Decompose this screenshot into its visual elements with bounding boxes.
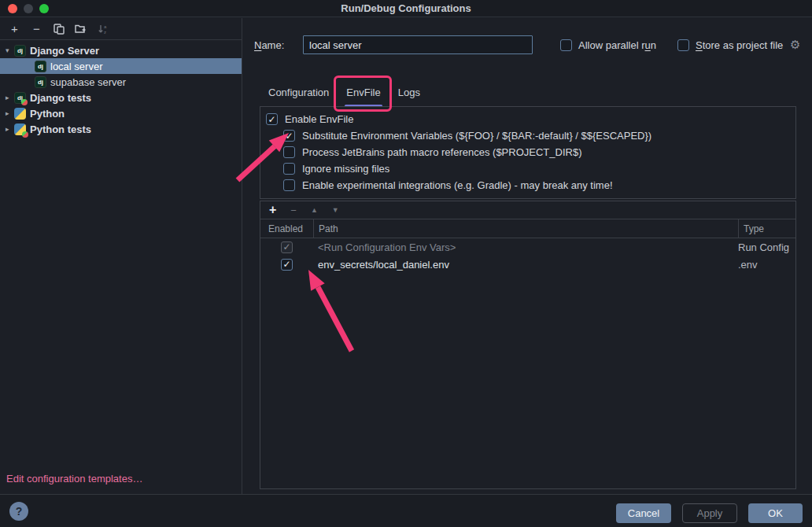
ok-button[interactable]: OK [748,503,803,523]
copy-configuration-icon[interactable] [52,22,65,35]
django-tests-icon: dj [14,92,26,104]
envfile-options-panel: ✓ Enable EnvFile ✓ Substitute Environmen… [260,106,796,199]
chevron-right-icon[interactable]: ▸ [0,94,14,101]
python-icon [14,108,26,120]
allow-parallel-run-label: Allow parallel run [578,39,656,51]
cancel-button[interactable]: Cancel [616,503,671,523]
chevron-right-icon[interactable]: ▸ [0,109,14,117]
row-enabled-checkbox: ✓ [281,241,293,253]
ignore-missing-files-checkbox[interactable]: ✓ [283,163,295,175]
experimental-integrations-checkbox[interactable]: ✓ [283,179,295,191]
store-options-gear-icon[interactable]: ⚙ [790,38,800,52]
tree-item-django-server[interactable]: ▾ dj Django Server [0,42,242,58]
tab-configuration[interactable]: Configuration [260,79,338,106]
configurations-sidebar: + − az ▾ dj Django Server dj local serve… [0,18,242,494]
svg-text:z: z [104,30,106,35]
tree-item-supabase-server[interactable]: dj supabase server [0,74,242,90]
allow-parallel-run-checkbox[interactable]: ✓ [560,39,572,51]
store-as-project-file-option[interactable]: ✓ Store as project file [677,39,783,51]
sort-alphabetically-icon[interactable]: az [96,22,109,35]
tree-item-python-tests[interactable]: ▸ Python tests [0,121,242,137]
move-up-icon[interactable]: ▲ [311,207,318,214]
tab-logs[interactable]: Logs [389,79,429,106]
config-tab-bar: Configuration EnvFile Logs [260,79,429,106]
allow-parallel-run-option[interactable]: ✓ Allow parallel run [560,39,656,51]
new-folder-icon[interactable] [74,22,87,35]
remove-env-file-icon[interactable]: − [290,205,297,216]
column-header-enabled[interactable]: Enabled [260,219,313,238]
apply-button: Apply [682,503,737,523]
chevron-right-icon[interactable]: ▸ [0,125,14,133]
table-header: Enabled Path Type [260,219,795,238]
substitute-env-vars-checkbox[interactable]: ✓ [283,130,295,142]
dialog-footer: ? Cancel Apply OK [0,494,812,527]
env-files-table-panel: + − ▲ ▼ Enabled Path Type ✓ <Run Configu… [260,201,796,489]
table-row[interactable]: ✓ <Run Configuration Env Vars> Run Confi… [260,238,795,256]
tree-item-django-tests[interactable]: ▸ dj Django tests [0,90,242,105]
ignore-missing-files-option[interactable]: ✓ Ignore missing files [260,160,795,177]
tab-envfile[interactable]: EnvFile [338,79,389,106]
enable-envfile-checkbox[interactable]: ✓ [266,113,278,125]
django-icon: dj [35,76,46,88]
process-path-macros-option[interactable]: ✓ Process JetBrains path macro reference… [260,144,795,160]
test-badge-icon [21,99,28,105]
test-badge-icon [22,131,28,138]
django-icon: dj [14,45,26,57]
help-button[interactable]: ? [9,502,28,521]
remove-configuration-icon[interactable]: − [30,22,43,35]
experimental-integrations-option[interactable]: ✓ Enable experimental integrations (e.g.… [260,177,795,193]
sidebar-toolbar: + − az [0,18,242,40]
tree-item-python[interactable]: ▸ Python [0,105,242,121]
dialog-title: Run/Debug Configurations [0,2,812,14]
enable-envfile-option[interactable]: ✓ Enable EnvFile [260,111,795,127]
svg-text:a: a [104,24,107,29]
column-header-type[interactable]: Type [738,219,795,238]
django-icon: dj [35,61,46,72]
move-down-icon[interactable]: ▼ [332,207,339,214]
name-label: Name: [254,39,284,51]
store-as-project-file-checkbox[interactable]: ✓ [677,39,689,51]
table-row[interactable]: ✓ env_secrets/local_daniel.env .env [260,256,795,273]
process-path-macros-checkbox[interactable]: ✓ [283,146,295,158]
name-input[interactable] [303,35,533,54]
row-enabled-checkbox[interactable]: ✓ [281,259,293,271]
column-header-path[interactable]: Path [313,219,738,238]
store-as-project-file-label: Store as project file [696,39,783,51]
add-configuration-icon[interactable]: + [8,22,21,35]
substitute-env-vars-option[interactable]: ✓ Substitute Environment Variables (${FO… [260,127,795,144]
add-env-file-icon[interactable]: + [269,204,276,216]
python-tests-icon [14,123,26,135]
tree-item-local-server[interactable]: dj local server [0,58,242,74]
chevron-down-icon[interactable]: ▾ [0,46,14,54]
edit-configuration-templates-link[interactable]: Edit configuration templates… [6,473,142,485]
title-bar: Run/Debug Configurations [0,0,812,17]
table-toolbar: + − ▲ ▼ [260,201,795,219]
configurations-tree: ▾ dj Django Server dj local server dj su… [0,40,242,137]
